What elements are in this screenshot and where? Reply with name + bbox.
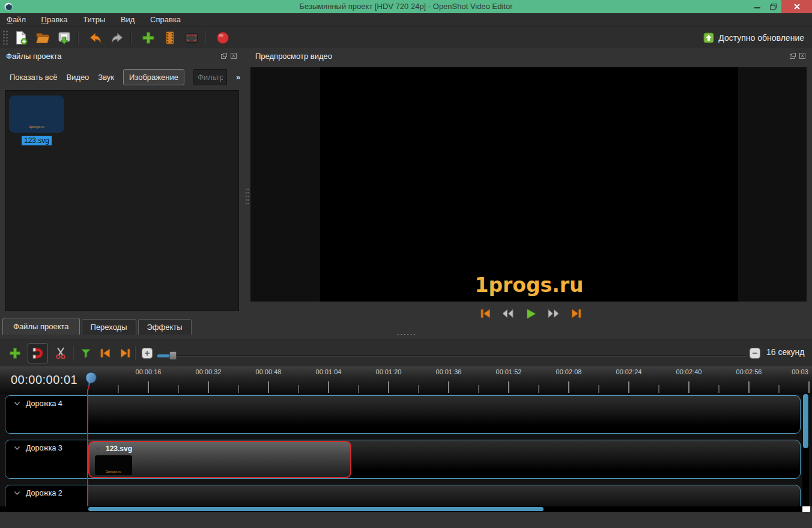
add-marker-button[interactable] bbox=[78, 345, 94, 361]
add-track-button[interactable] bbox=[7, 345, 23, 361]
film-profile-icon bbox=[163, 31, 177, 45]
razor-tool-button[interactable] bbox=[53, 345, 68, 361]
ruler-tick-minor bbox=[478, 385, 479, 393]
playhead-marker[interactable] bbox=[82, 368, 98, 394]
fullscreen-button[interactable] bbox=[183, 29, 201, 47]
media-filter-bar: Показать всё Видео Звук Изображение » bbox=[10, 67, 240, 86]
next-marker-button[interactable] bbox=[118, 345, 133, 361]
open-project-button[interactable] bbox=[34, 29, 52, 47]
import-files-button[interactable] bbox=[139, 29, 157, 47]
timeline-scale-label: 16 секунд bbox=[766, 347, 804, 357]
previous-marker-button[interactable] bbox=[97, 345, 113, 361]
jump-start-button[interactable] bbox=[477, 306, 493, 321]
import-files-icon bbox=[141, 31, 156, 45]
main-toolbar: Доступно обновление bbox=[0, 27, 812, 48]
filter-video[interactable]: Видео bbox=[66, 73, 89, 82]
vertical-scroll-thumb[interactable] bbox=[803, 394, 808, 448]
thumbnail-watermark: 1progs.ru bbox=[9, 125, 64, 129]
fast-forward-button[interactable] bbox=[546, 306, 562, 321]
zoom-in-button[interactable] bbox=[142, 348, 153, 360]
timeline-ruler[interactable]: 00:00:00:01 00:00:1600:00:3200:00:4800:0… bbox=[0, 366, 812, 394]
toolbar-separator bbox=[205, 31, 206, 45]
scissors-icon bbox=[54, 347, 67, 360]
toolbar-grip[interactable] bbox=[2, 30, 8, 46]
minimize-button[interactable] bbox=[749, 0, 765, 13]
rewind-button[interactable] bbox=[500, 306, 516, 321]
statusbar bbox=[0, 512, 812, 528]
menu-view[interactable]: Вид bbox=[114, 13, 142, 26]
file-name-selected[interactable]: 123.svg bbox=[22, 136, 52, 145]
file-item[interactable]: 1progs.ru 123.svg bbox=[9, 96, 64, 145]
new-project-icon bbox=[14, 31, 28, 45]
rewind-icon bbox=[501, 308, 515, 320]
playback-controls bbox=[249, 306, 812, 321]
export-video-button[interactable] bbox=[214, 29, 232, 47]
menu-file[interactable]: Файл bbox=[0, 13, 32, 26]
ruler-timestamp: 00:00:16 bbox=[132, 368, 165, 375]
close-dock-icon[interactable] bbox=[230, 52, 237, 59]
ruler-timestamp: 00:01:36 bbox=[432, 368, 465, 375]
redo-icon bbox=[110, 31, 124, 45]
ruler-tick-major bbox=[508, 381, 509, 393]
filter-audio[interactable]: Звук bbox=[98, 73, 114, 82]
filter-image[interactable]: Изображение bbox=[123, 69, 184, 85]
choose-profile-button[interactable] bbox=[161, 29, 179, 47]
ruler-tick-major bbox=[448, 381, 449, 393]
restore-button[interactable] bbox=[765, 0, 781, 13]
ruler-tick-major bbox=[688, 381, 689, 393]
clip-menu-icon[interactable] bbox=[95, 446, 102, 451]
snapping-toggle-button[interactable] bbox=[28, 343, 48, 363]
toolbar-overflow-button[interactable]: » bbox=[236, 73, 240, 82]
redo-button[interactable] bbox=[108, 29, 126, 47]
ruler-tick-minor bbox=[538, 385, 539, 393]
close-dock-icon[interactable] bbox=[799, 52, 806, 59]
horizontal-scroll-thumb[interactable] bbox=[88, 507, 544, 511]
close-icon bbox=[794, 4, 800, 10]
track-row-4[interactable]: Дорожка 4 bbox=[5, 395, 801, 434]
update-available-icon bbox=[703, 32, 714, 43]
track-collapse-icon[interactable] bbox=[14, 446, 20, 451]
timeline-horizontal-scrollbar[interactable] bbox=[0, 506, 802, 512]
ruler-tick-major bbox=[388, 381, 389, 393]
timeline-clip-selected[interactable]: 123.svg 1progs.ru bbox=[88, 441, 351, 478]
float-dock-icon[interactable] bbox=[789, 52, 796, 59]
slider-groove[interactable] bbox=[157, 355, 746, 357]
file-thumbnail[interactable]: 1progs.ru bbox=[9, 96, 64, 133]
play-button[interactable] bbox=[523, 306, 539, 321]
new-project-button[interactable] bbox=[12, 29, 30, 47]
dock-resize-handle[interactable] bbox=[0, 331, 812, 338]
jump-end-button[interactable] bbox=[569, 306, 584, 321]
project-files-list: 1progs.ru 123.svg bbox=[5, 90, 239, 311]
menu-edit[interactable]: Правка bbox=[35, 13, 74, 26]
close-button[interactable] bbox=[781, 0, 812, 13]
update-available[interactable]: Доступно обновление bbox=[703, 32, 812, 43]
open-project-icon bbox=[35, 31, 50, 45]
menu-help[interactable]: Справка bbox=[144, 13, 187, 26]
ruler-tick-minor bbox=[298, 385, 299, 393]
float-dock-icon[interactable] bbox=[220, 52, 228, 59]
undo-button[interactable] bbox=[86, 29, 105, 47]
jump-end-icon bbox=[570, 308, 583, 320]
timeline-zoom-slider[interactable] bbox=[157, 351, 746, 360]
magnet-icon bbox=[31, 347, 44, 360]
track-collapse-icon[interactable] bbox=[14, 491, 20, 496]
track-row-2[interactable]: Дорожка 2 bbox=[5, 485, 801, 506]
save-project-button[interactable] bbox=[55, 29, 73, 47]
ruler-tick-minor bbox=[238, 385, 239, 393]
timeline-vertical-scrollbar[interactable] bbox=[802, 394, 809, 506]
files-filter-input[interactable] bbox=[193, 69, 227, 85]
zoom-out-button[interactable] bbox=[750, 348, 760, 360]
clip-thumbnail: 1progs.ru bbox=[95, 455, 132, 475]
ruler-tick-major bbox=[628, 381, 629, 393]
panel-splitter[interactable] bbox=[243, 48, 249, 335]
track-collapse-icon[interactable] bbox=[14, 401, 20, 406]
ruler-tick-minor bbox=[598, 385, 599, 393]
menu-titles[interactable]: Титры bbox=[76, 13, 112, 26]
filter-show-all[interactable]: Показать всё bbox=[10, 73, 57, 82]
menubar: Файл Правка Титры Вид Справка bbox=[0, 13, 812, 27]
ruler-tick-major bbox=[268, 381, 269, 393]
openshot-window: Безымянный проект [HDV 720 24p] - OpenSh… bbox=[0, 0, 812, 528]
slider-handle[interactable] bbox=[169, 351, 177, 360]
ruler-tick-minor bbox=[118, 385, 119, 393]
ruler-timestamp: 00:03 bbox=[784, 368, 812, 375]
